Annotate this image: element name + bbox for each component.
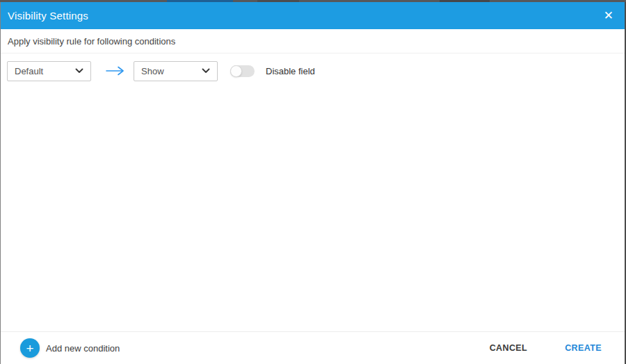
add-condition-label[interactable]: Add new condition	[46, 343, 120, 354]
chevron-down-icon	[202, 68, 210, 74]
toggle-knob	[230, 65, 242, 77]
arrow-right-icon	[106, 66, 125, 76]
cancel-button[interactable]: CANCEL	[490, 343, 527, 353]
chevron-down-icon	[75, 68, 83, 74]
dialog-header: Visibility Settings ✕	[1, 2, 625, 29]
create-button[interactable]: CREATE	[565, 343, 602, 353]
add-condition-button[interactable]: +	[20, 338, 40, 358]
close-icon[interactable]: ✕	[601, 8, 616, 23]
action-select[interactable]: Show	[134, 61, 218, 81]
subheader-text: Apply visibility rule for following cond…	[8, 36, 175, 47]
plus-icon: +	[26, 342, 33, 355]
dialog-title: Visibility Settings	[8, 10, 88, 22]
condition-row: Default Show Disable field	[1, 53, 625, 81]
action-select-value: Show	[141, 66, 202, 76]
disable-field-toggle[interactable]	[230, 65, 255, 77]
dialog-footer: + Add new condition CANCEL CREATE	[1, 331, 625, 364]
field-select[interactable]: Default	[7, 61, 91, 81]
disable-field-label: Disable field	[266, 66, 315, 76]
dialog-subheader: Apply visibility rule for following cond…	[1, 29, 625, 53]
field-select-value: Default	[15, 66, 75, 76]
